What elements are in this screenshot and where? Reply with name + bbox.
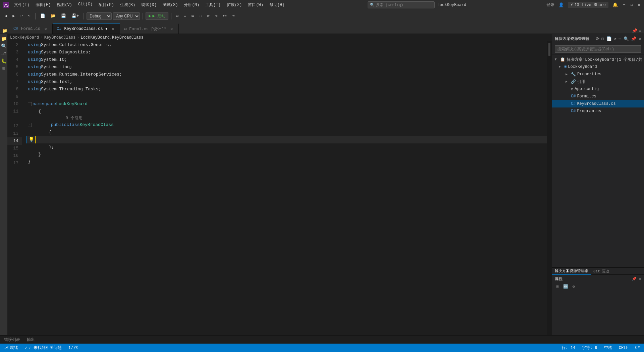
solution-explorer-mini-icon[interactable]: 📁 [0, 28, 9, 34]
undo-button[interactable]: ↩ [18, 13, 24, 19]
toolbar-icon-2[interactable]: ⊞ [190, 13, 196, 19]
redo-button[interactable]: ↪ [26, 13, 33, 19]
menu-window[interactable]: 窗口(W) [245, 1, 266, 8]
platform-select[interactable]: Any CPU [113, 12, 140, 20]
properties-pin-icon[interactable]: 📌 [632, 277, 637, 281]
collapse-all-icon[interactable]: ⊟ [601, 36, 604, 42]
code-area[interactable]: using System.Collections.Generic; using … [26, 41, 547, 335]
output-tab-errors[interactable]: 错误列表 [3, 337, 21, 343]
status-line[interactable]: 行: 14 [560, 345, 577, 351]
tree-appconfig[interactable]: ▶ ⚙ App.config [552, 85, 644, 93]
toolbar-icon-1[interactable]: ⊟ [182, 13, 188, 19]
panel-tab-solution[interactable]: 解决方案资源管理器 [552, 267, 591, 275]
tree-solution-root[interactable]: ▶ 📋 解决方案'LockKeyBoard'(1 个项目/共 1 个) [552, 56, 644, 63]
activity-debug[interactable]: 🐛 [0, 57, 7, 64]
new-file-button[interactable]: 📄 [38, 13, 47, 19]
menu-file[interactable]: 文件(F) [11, 1, 32, 8]
status-encoding[interactable]: CRLF [618, 346, 630, 350]
menu-analyze[interactable]: 分析(N) [181, 1, 202, 8]
output-tab-output[interactable]: 输出 [25, 337, 36, 343]
toolbar-icon-6[interactable]: ⊷ [221, 13, 229, 19]
properties-settings-btn[interactable]: ⚙ [570, 283, 577, 290]
open-button[interactable]: 📂 [49, 13, 58, 19]
close-panel-icon[interactable]: ✕ [639, 36, 641, 42]
menu-git[interactable]: Git(G) [75, 1, 95, 8]
attach-button[interactable]: ⊡ [174, 13, 180, 19]
status-zoom[interactable]: 177% [67, 346, 79, 350]
svg-text:VS: VS [3, 3, 9, 8]
tab-form1cs[interactable]: C# Form1.cs ✕ [9, 24, 53, 34]
toolbar-icon-3[interactable]: ↔ [198, 13, 204, 19]
code-line-5: using System.Linq; [26, 63, 547, 71]
show-all-files-icon[interactable]: 📄 [606, 36, 612, 42]
sync-icon[interactable]: ⟳ [596, 36, 600, 42]
pin-icon[interactable]: 📌 [632, 28, 637, 34]
tab-keybroadclasscs-close[interactable]: ✕ [110, 27, 116, 32]
panel-tab-git[interactable]: Git 更改 [591, 267, 612, 275]
properties-alpha-btn[interactable]: 🔤 [562, 283, 569, 290]
save-button[interactable]: 💾 [59, 13, 68, 19]
menu-project[interactable]: 项目(P) [96, 1, 117, 8]
tab-form1cs-design[interactable]: ⊡ Form1.cs [设计]* ✕ [120, 24, 179, 34]
toolbar-icon-5[interactable]: ⊲ [213, 13, 219, 19]
liveshare-button[interactable]: ⚡ 13 Live Share [568, 2, 608, 8]
status-git-branch[interactable]: ⎇ 就绪 [3, 345, 19, 351]
activity-explorer[interactable]: 📁 [0, 35, 7, 42]
activity-extensions[interactable]: ⊞ [0, 65, 7, 72]
maximize-button[interactable]: □ [629, 3, 634, 7]
code-line-14[interactable]: 💡 [26, 136, 547, 143]
tree-references[interactable]: ▶ 🔗 引用 [552, 78, 644, 85]
tree-properties[interactable]: ▶ 🔧 Properties [552, 71, 644, 78]
overflow-icon[interactable]: ≡ [639, 29, 641, 34]
debug-mode-select[interactable]: Debug Release [87, 12, 112, 20]
status-language[interactable]: C# [634, 346, 641, 350]
menu-extensions[interactable]: 扩展(X) [224, 1, 245, 8]
back-button[interactable]: ◀ [3, 13, 9, 19]
search-sol-icon[interactable]: 🔍 [624, 36, 629, 42]
properties-close-icon[interactable]: ✕ [639, 277, 641, 281]
refresh-icon[interactable]: ↺ [614, 36, 616, 42]
start-button[interactable]: ▶ ▶ 启动 [146, 12, 168, 20]
menu-edit[interactable]: 编辑(E) [33, 1, 54, 8]
tab-form1cs-design-close[interactable]: ✕ [169, 27, 174, 32]
breadcrumb-class[interactable]: LockKeyBoard.KeyBroadClass [80, 35, 143, 40]
tab-form1cs-close[interactable]: ✕ [43, 27, 48, 32]
status-ready: 就绪 [10, 345, 18, 351]
status-errors[interactable]: ✓ ✓ 未找到相关问题 [23, 345, 63, 351]
menu-debug[interactable]: 调试(D) [139, 1, 159, 8]
tab-keybroadclasscs[interactable]: C# KeyBroadClass.cs ● ✕ [53, 24, 120, 34]
save-all-button[interactable]: 💾+ [69, 13, 81, 19]
tree-project[interactable]: ▶ ■ LockKeyBoard [552, 63, 644, 71]
menu-help[interactable]: 帮助(H) [267, 1, 287, 8]
properties-categorized-btn[interactable]: ⊡ [554, 283, 561, 290]
activity-git[interactable]: ⎇ [0, 50, 7, 57]
programcs-label: Program.cs [577, 109, 601, 114]
activity-search[interactable]: 🔍 [0, 43, 7, 49]
close-button[interactable]: ✕ [637, 3, 641, 7]
solution-explorer-header: 解决方案资源管理器 ⟳ ⊟ 📄 ↺ ⋯ 🔍 📌 ✕ [552, 34, 644, 44]
breadcrumb-project[interactable]: LockKeyBoard [10, 35, 39, 40]
sol-search-input[interactable] [555, 45, 641, 53]
tree-programcs[interactable]: ▶ C# Program.cs [552, 107, 644, 115]
pin-panel-icon[interactable]: 📌 [631, 36, 637, 42]
lightbulb-icon[interactable]: 💡 [29, 136, 34, 143]
toolbar-icon-4[interactable]: ⊳ [205, 13, 212, 19]
menu-tools[interactable]: 工具(T) [203, 1, 223, 8]
toolbar-icon-7[interactable]: ⊸ [230, 13, 236, 19]
status-char[interactable]: 字符: 9 [581, 345, 599, 351]
collapse-class[interactable]: - [28, 123, 32, 127]
minimize-button[interactable]: ─ [622, 3, 627, 7]
collapse-namespace[interactable]: - [28, 102, 32, 106]
signin-button[interactable]: 登录 [546, 2, 554, 8]
breadcrumb-file[interactable]: KeyBroadClass [44, 35, 76, 40]
status-spaces[interactable]: 空格 [603, 345, 613, 351]
scrollbar-thumb[interactable] [548, 43, 550, 56]
forward-button[interactable]: ▶ [10, 13, 17, 19]
menu-view[interactable]: 视图(V) [54, 1, 75, 8]
code-line-ref: 0 个引用 [26, 115, 547, 121]
menu-test[interactable]: 测试(S) [160, 1, 181, 8]
tree-form1cs[interactable]: ▶ C# Form1.cs [552, 93, 644, 100]
menu-build[interactable]: 生成(B) [117, 1, 138, 8]
settings-icon[interactable]: ⋯ [619, 36, 621, 42]
tree-keybroadclasscs[interactable]: ▶ C# KeyBroadClass.cs [552, 100, 644, 107]
